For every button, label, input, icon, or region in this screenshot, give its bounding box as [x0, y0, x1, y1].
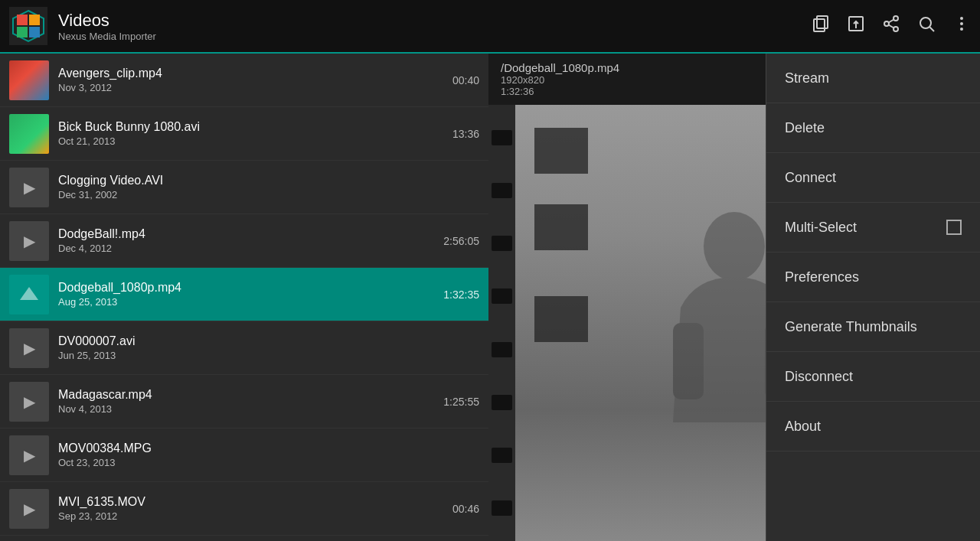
- file-duration: 13:36: [452, 128, 479, 140]
- list-item[interactable]: ▶ MVI_6136.MOV Sep 23, 2012 02:03: [0, 536, 488, 541]
- play-icon: ▶: [24, 339, 35, 357]
- list-item[interactable]: ▶ MOV00384.MPG Oct 23, 2013: [0, 429, 488, 482]
- svg-point-11: [884, 21, 889, 26]
- file-thumbnail: ▶: [9, 382, 49, 422]
- svg-rect-6: [814, 19, 825, 31]
- svg-line-14: [889, 20, 894, 23]
- list-item[interactable]: Dodgeball_1080p.mp4 Aug 25, 2013 1:32:35: [0, 268, 488, 321]
- svg-rect-0: [9, 7, 47, 45]
- file-info: MOV00384.MPG Oct 23, 2013: [58, 442, 479, 468]
- file-info: Bick Buck Bunny 1080.avi Oct 21, 2013: [58, 120, 452, 147]
- list-item[interactable]: ▶ MVI_6135.MOV Sep 23, 2012 00:46: [0, 482, 488, 536]
- app-title: Videos: [58, 11, 812, 31]
- file-thumbnail: ▶: [9, 168, 49, 207]
- export-icon[interactable]: [847, 15, 865, 37]
- app-header: Videos Nexus Media Importer: [0, 0, 980, 54]
- file-duration: 1:25:55: [443, 396, 479, 408]
- copy-icon[interactable]: [812, 15, 830, 37]
- app-subtitle: Nexus Media Importer: [58, 31, 812, 42]
- file-date: Oct 21, 2013: [58, 135, 452, 147]
- file-info: Madagascar.mp4 Nov 4, 2013: [58, 388, 443, 415]
- header-titles: Videos Nexus Media Importer: [58, 11, 812, 42]
- file-date: Dec 31, 2002: [58, 189, 479, 200]
- svg-rect-5: [29, 27, 40, 37]
- file-list[interactable]: Avengers_clip.mp4 Nov 3, 2012 00:40 Bick…: [0, 54, 488, 541]
- list-item[interactable]: ▶ DodgeBall!.mp4 Dec 4, 2012 2:56:05: [0, 214, 488, 268]
- list-item[interactable]: ▶ Clogging Video.AVI Dec 31, 2002: [0, 161, 488, 214]
- file-duration: 00:40: [452, 74, 479, 86]
- multiselect-checkbox[interactable]: [946, 220, 962, 235]
- file-info: Avengers_clip.mp4 Nov 3, 2012: [58, 67, 452, 93]
- file-thumbnail: ▶: [9, 489, 49, 529]
- file-thumbnail: [9, 275, 49, 314]
- menu-item-label: Delete: [785, 120, 825, 136]
- list-item[interactable]: Bick Buck Bunny 1080.avi Oct 21, 2013 13…: [0, 107, 488, 161]
- menu-item-multiselect[interactable]: Multi-Select: [766, 203, 980, 253]
- file-thumbnail: ▶: [9, 435, 49, 475]
- file-thumbnail: [9, 60, 49, 100]
- menu-item-disconnect[interactable]: Disconnect: [766, 352, 980, 402]
- menu-item-generate-thumbnails[interactable]: Generate Thumbnails: [766, 302, 980, 352]
- file-name: Dodgeball_1080p.mp4: [58, 281, 443, 295]
- svg-marker-20: [20, 287, 38, 300]
- preview-panel: /Dodgeball_1080p.mp4 1920x820 1:32:36: [488, 54, 980, 541]
- file-name: MVI_6135.MOV: [58, 495, 452, 509]
- file-duration: 2:56:05: [443, 235, 479, 247]
- list-item[interactable]: ▶ Madagascar.mp4 Nov 4, 2013 1:25:55: [0, 375, 488, 429]
- svg-rect-22: [673, 323, 704, 399]
- svg-point-21: [704, 212, 765, 281]
- file-info: MVI_6135.MOV Sep 23, 2012: [58, 495, 452, 522]
- menu-item-label: Disconnect: [785, 369, 853, 385]
- file-info: DV000007.avi Jun 25, 2013: [58, 334, 479, 361]
- file-duration: 1:32:35: [443, 288, 479, 301]
- menu-item-label: About: [785, 419, 821, 435]
- menu-item-label: Generate Thumbnails: [785, 319, 917, 335]
- svg-line-13: [889, 25, 894, 28]
- menu-item-preferences[interactable]: Preferences: [766, 253, 980, 302]
- menu-item-label: Stream: [785, 70, 829, 86]
- share-icon[interactable]: [882, 15, 900, 37]
- file-name: Madagascar.mp4: [58, 388, 443, 402]
- file-date: Nov 3, 2012: [58, 82, 452, 93]
- file-info: Clogging Video.AVI Dec 31, 2002: [58, 174, 479, 200]
- menu-item-label: Preferences: [785, 269, 859, 285]
- svg-rect-7: [817, 16, 828, 28]
- list-item[interactable]: Avengers_clip.mp4 Nov 3, 2012 00:40: [0, 54, 488, 107]
- menu-item-label: Multi-Select: [785, 220, 857, 236]
- file-name: Avengers_clip.mp4: [58, 67, 452, 80]
- svg-point-18: [960, 22, 963, 25]
- menu-item-label: Connect: [785, 170, 836, 186]
- file-duration: 00:46: [452, 503, 479, 515]
- svg-line-16: [930, 28, 935, 32]
- app-logo: [9, 7, 47, 45]
- file-name: Clogging Video.AVI: [58, 174, 479, 187]
- svg-point-19: [960, 28, 963, 31]
- svg-point-12: [893, 27, 898, 31]
- file-info: DodgeBall!.mp4 Dec 4, 2012: [58, 227, 443, 254]
- list-item[interactable]: ▶ DV000007.avi Jun 25, 2013: [0, 321, 488, 375]
- file-date: Jun 25, 2013: [58, 350, 479, 361]
- header-actions: [812, 15, 971, 37]
- play-icon: ▶: [24, 178, 35, 197]
- menu-item-connect[interactable]: Connect: [766, 153, 980, 203]
- file-date: Sep 23, 2012: [58, 510, 452, 522]
- file-name: DodgeBall!.mp4: [58, 227, 443, 241]
- svg-point-17: [960, 17, 963, 20]
- play-icon: ▶: [24, 232, 35, 250]
- file-date: Oct 23, 2013: [58, 457, 479, 468]
- menu-item-about[interactable]: About: [766, 402, 980, 451]
- file-name: Bick Buck Bunny 1080.avi: [58, 120, 452, 134]
- search-icon[interactable]: [917, 15, 936, 37]
- more-options-icon[interactable]: [952, 15, 971, 37]
- file-date: Nov 4, 2013: [58, 403, 443, 415]
- play-icon: ▶: [24, 393, 35, 411]
- menu-item-delete[interactable]: Delete: [766, 103, 980, 153]
- file-thumbnail: ▶: [9, 328, 49, 368]
- svg-point-10: [893, 16, 898, 21]
- svg-rect-4: [17, 27, 28, 37]
- svg-point-15: [920, 18, 931, 28]
- svg-rect-3: [29, 15, 40, 25]
- multiselect-row: Multi-Select: [785, 220, 962, 236]
- menu-item-stream[interactable]: Stream: [766, 54, 980, 103]
- file-date: Aug 25, 2013: [58, 296, 443, 308]
